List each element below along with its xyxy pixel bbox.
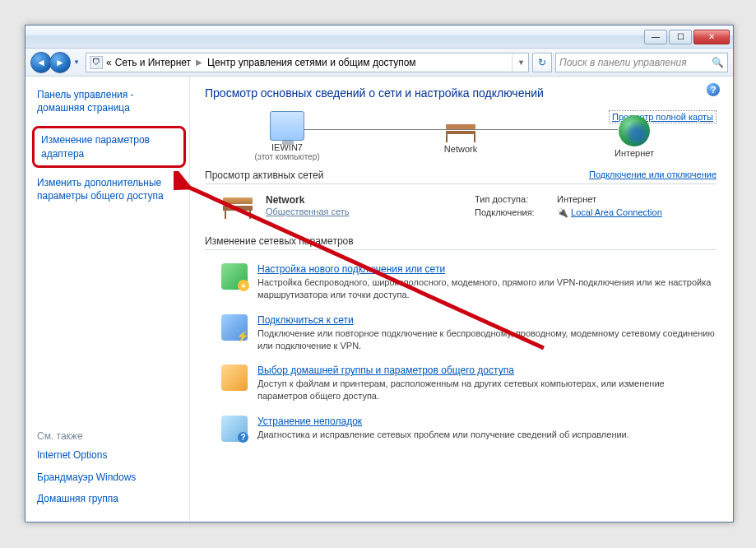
address-seg-2[interactable]: Центр управления сетями и общим доступом <box>207 57 416 68</box>
task-homegroup[interactable]: Выбор домашней группы и параметров общег… <box>257 365 514 376</box>
address-dropdown[interactable]: ▼ <box>512 53 525 72</box>
map-internet[interactable]: Интернет <box>577 115 692 158</box>
active-network-details: Тип доступа: Интернет Подключения: 🔌 Loc… <box>475 194 717 219</box>
refresh-button[interactable]: ↻ <box>532 53 552 72</box>
globe-icon <box>619 115 650 146</box>
search-input[interactable]: Поиск в панели управления 🔍 <box>555 53 728 72</box>
task-item: Выбор домашней группы и параметров общег… <box>205 358 717 409</box>
address-bar: ◄ ► ▼ ⛉ « Сеть и Интернет ▶ Центр управл… <box>26 49 733 77</box>
map-internet-label: Интернет <box>577 148 692 158</box>
connect-disconnect-link[interactable]: Подключение или отключение <box>589 170 717 181</box>
task-list: Настройка нового подключения или сети На… <box>205 257 717 448</box>
map-network-label: Network <box>403 144 518 154</box>
task-desc: Доступ к файлам и принтерам, расположенн… <box>257 378 717 402</box>
access-type-label: Тип доступа: <box>475 194 557 205</box>
page-title: Просмотр основных сведений о сети и наст… <box>205 86 717 100</box>
address-prefix: « <box>106 57 112 68</box>
task-desc: Диагностика и исправление сетевых пробле… <box>257 429 629 441</box>
change-settings-title: Изменение сетевых параметров <box>205 235 354 247</box>
address-field[interactable]: ⛉ « Сеть и Интернет ▶ Центр управления с… <box>86 53 529 72</box>
chevron-right-icon[interactable]: ▶ <box>196 58 202 67</box>
sidebar-adapter-link[interactable]: Изменение параметров адаптера <box>41 133 177 160</box>
nav-history-dropdown[interactable]: ▼ <box>71 52 82 73</box>
task-item: Настройка нового подключения или сети На… <box>205 257 717 308</box>
task-troubleshoot[interactable]: Устранение неполадок <box>257 416 362 427</box>
active-network-info: Network Общественная сеть <box>266 194 463 219</box>
search-icon: 🔍 <box>712 57 724 68</box>
map-pc-sublabel: (этот компьютер) <box>230 152 345 161</box>
connection-link[interactable]: Local Area Connection <box>571 207 662 217</box>
new-connection-icon <box>221 263 248 290</box>
task-desc: Настройка беспроводного, широкополосного… <box>257 276 717 301</box>
network-bench-icon <box>221 194 254 219</box>
connect-network-icon <box>221 314 248 341</box>
map-this-pc[interactable]: IEWIN7 (этот компьютер) <box>230 111 345 161</box>
bench-icon <box>443 119 479 142</box>
window: — ☐ ✕ ◄ ► ▼ ⛉ « Сеть и Интернет ▶ Центр … <box>25 25 734 522</box>
connections-label: Подключения: <box>475 207 557 219</box>
sidebar-firewall[interactable]: Брандмауэр Windows <box>37 471 181 484</box>
sidebar: Панель управления - домашняя страница Из… <box>26 77 190 522</box>
sidebar-highlighted: Изменение параметров адаптера <box>32 126 186 167</box>
task-desc: Подключение или повторное подключение к … <box>257 327 717 352</box>
active-networks-title: Просмотр активных сетей <box>205 170 323 181</box>
active-networks-header: Просмотр активных сетей Подключение или … <box>205 170 717 184</box>
change-settings-header: Изменение сетевых параметров <box>205 235 717 250</box>
plug-icon: 🔌 <box>557 207 568 217</box>
sidebar-homegroup[interactable]: Домашняя группа <box>37 492 181 505</box>
task-connect-network[interactable]: Подключиться к сети <box>257 314 354 326</box>
forward-button[interactable]: ► <box>49 52 71 73</box>
access-type-value: Интернет <box>557 194 717 205</box>
homegroup-icon <box>221 365 248 391</box>
active-network-row: Network Общественная сеть Тип доступа: И… <box>205 191 717 227</box>
active-network-type[interactable]: Общественная сеть <box>266 207 350 216</box>
computer-icon <box>270 111 304 141</box>
sidebar-home-link[interactable]: Панель управления - домашняя страница <box>37 88 181 114</box>
sidebar-sharing-link[interactable]: Изменить дополнительные параметры общего… <box>37 176 181 202</box>
close-button[interactable]: ✕ <box>693 30 730 44</box>
task-item: Подключиться к сети Подключение или повт… <box>205 308 717 359</box>
address-seg-1[interactable]: Сеть и Интернет <box>115 57 191 68</box>
active-network-name: Network <box>266 194 463 206</box>
help-icon[interactable]: ? <box>707 83 720 96</box>
troubleshoot-icon <box>221 416 248 442</box>
see-also-label: См. также <box>37 430 181 442</box>
task-new-connection[interactable]: Настройка нового подключения или сети <box>257 263 445 275</box>
location-icon: ⛉ <box>90 56 103 69</box>
titlebar: — ☐ ✕ <box>26 26 733 49</box>
maximize-button[interactable]: ☐ <box>669 30 692 44</box>
task-item: Устранение неполадок Диагностика и испра… <box>205 409 717 448</box>
network-map-section: Просмотр полной карты IEWIN7 (этот компь… <box>205 111 717 161</box>
content-area: Панель управления - домашняя страница Из… <box>26 77 733 522</box>
map-network[interactable]: Network <box>403 119 518 154</box>
minimize-button[interactable]: — <box>644 30 667 44</box>
main-panel: ? Просмотр основных сведений о сети и на… <box>190 77 733 522</box>
search-placeholder: Поиск в панели управления <box>559 57 687 68</box>
sidebar-internet-options[interactable]: Internet Options <box>37 448 181 462</box>
